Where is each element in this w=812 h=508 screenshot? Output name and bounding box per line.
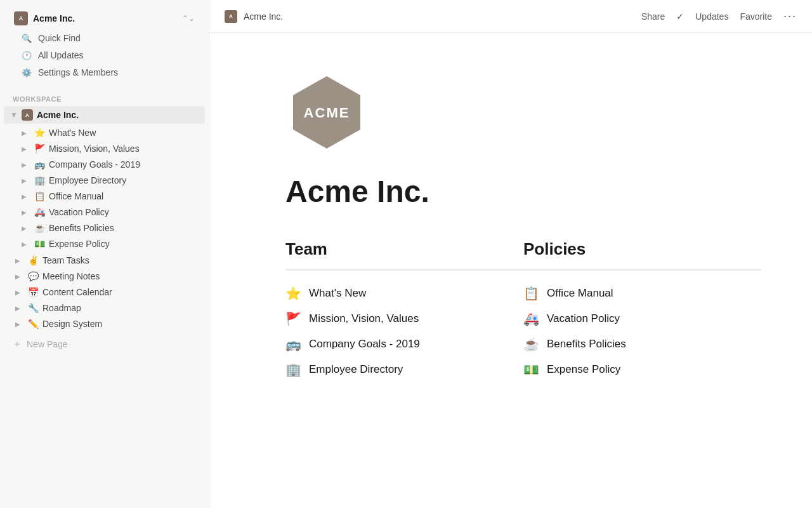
- team-list-item[interactable]: 🚌Company Goals - 2019: [285, 331, 523, 357]
- policy-list-item[interactable]: 💵Expense Policy: [523, 357, 761, 382]
- quick-find-item[interactable]: 🔍 Quick Find: [13, 30, 196, 46]
- sidebar-acme-logo: A: [22, 109, 33, 121]
- sidebar-top-level-item[interactable]: ▶🔧Roadmap: [4, 300, 205, 316]
- item-label: Employee Directory: [309, 363, 403, 376]
- acme-hex-logo: ACME: [285, 71, 368, 154]
- content-columns: Team ⭐What's New🚩Mission, Vision, Values…: [285, 239, 761, 382]
- topbar: A Acme Inc. Share ✓ Updates Favorite ···: [209, 0, 812, 33]
- tree-arrow-icon: ▶: [22, 241, 30, 248]
- item-emoji: 🚑: [523, 311, 539, 326]
- item-label: Benefits Policies: [49, 223, 114, 233]
- page-main-title: Acme Inc.: [285, 174, 761, 209]
- team-list-item[interactable]: ⭐What's New: [285, 281, 523, 306]
- sidebar-tree-item[interactable]: ▶☕Benefits Policies: [4, 220, 205, 236]
- tree-arrow-icon: ▶: [15, 273, 24, 280]
- gear-icon: ⚙️: [22, 68, 32, 77]
- tree-arrow-icon: ▶: [22, 193, 30, 200]
- item-emoji: 🏢: [34, 175, 45, 185]
- item-label: What's New: [309, 287, 366, 300]
- topbar-logo: A: [225, 10, 237, 23]
- item-label: Office Manual: [49, 191, 103, 201]
- chevron-up-down-icon: ⌃⌄: [182, 14, 195, 23]
- tree-arrow-icon: ▶: [22, 130, 30, 137]
- check-icon: ✓: [676, 11, 684, 22]
- item-label: Team Tasks: [43, 255, 89, 265]
- item-label: Company Goals - 2019: [309, 338, 420, 351]
- more-options-button[interactable]: ···: [783, 10, 797, 23]
- tree-arrow-icon: ▶: [15, 289, 24, 296]
- item-label: Vacation Policy: [49, 207, 109, 217]
- team-items-list: ⭐What's New🚩Mission, Vision, Values🚌Comp…: [285, 281, 523, 382]
- svg-text:ACME: ACME: [304, 105, 350, 121]
- search-icon: 🔍: [22, 34, 32, 43]
- settings-label: Settings & Members: [38, 67, 118, 77]
- item-emoji: 📋: [34, 191, 45, 201]
- item-label: Expense Policy: [547, 363, 620, 376]
- workspace-logo: A: [14, 11, 28, 25]
- item-label: Company Goals - 2019: [49, 159, 140, 170]
- topbar-actions: Share ✓ Updates Favorite ···: [641, 10, 797, 23]
- sidebar-top-level-item[interactable]: ▶✏️Design System: [4, 316, 205, 331]
- workspace-header[interactable]: A Acme Inc. ⌃⌄: [9, 8, 200, 29]
- tree-arrow-icon: ▶: [15, 257, 24, 264]
- sidebar-acme-label: Acme Inc.: [37, 110, 79, 120]
- sidebar-tree-list: ▶⭐What's New▶🚩Mission, Vision, Values▶🚌C…: [0, 124, 209, 252]
- item-emoji: ☕: [523, 337, 539, 352]
- all-updates-item[interactable]: 🕐 All Updates: [13, 47, 196, 64]
- item-emoji: ✌️: [28, 255, 39, 265]
- item-emoji: 🚩: [285, 311, 301, 326]
- team-list-item[interactable]: 🏢Employee Directory: [285, 357, 523, 382]
- item-emoji: 💵: [523, 362, 539, 377]
- item-emoji: 🏢: [285, 362, 301, 377]
- tree-arrow-icon: ▶: [22, 209, 30, 216]
- sidebar-tree-item[interactable]: ▶🚑Vacation Policy: [4, 204, 205, 220]
- team-divider: [285, 269, 523, 271]
- policy-list-item[interactable]: 🚑Vacation Policy: [523, 306, 761, 331]
- item-emoji: 🚌: [285, 337, 301, 352]
- sidebar: A Acme Inc. ⌃⌄ 🔍 Quick Find 🕐 All Update…: [0, 0, 209, 508]
- policy-list-item[interactable]: 📋Office Manual: [523, 281, 761, 306]
- tree-arrow-icon: ▶: [22, 177, 30, 184]
- page-body: ACME Acme Inc. Team ⭐What's New🚩Mission,…: [209, 33, 812, 508]
- item-label: Content Calendar: [43, 287, 112, 297]
- item-emoji: 💵: [34, 239, 45, 249]
- sidebar-tree-item[interactable]: ▶🚌Company Goals - 2019: [4, 157, 205, 172]
- sidebar-tree-item[interactable]: ▶🚩Mission, Vision, Values: [4, 141, 205, 156]
- sidebar-top-level-item[interactable]: ▶📅Content Calendar: [4, 284, 205, 300]
- settings-item[interactable]: ⚙️ Settings & Members: [13, 64, 196, 81]
- team-list-item[interactable]: 🚩Mission, Vision, Values: [285, 306, 523, 331]
- item-label: Mission, Vision, Values: [49, 144, 140, 154]
- workspace-name: Acme Inc.: [33, 13, 177, 23]
- favorite-button[interactable]: Favorite: [740, 11, 772, 22]
- sidebar-tree-item[interactable]: ▶📋Office Manual: [4, 189, 205, 204]
- item-label: Benefits Policies: [547, 338, 626, 351]
- workspace-section-label: WORKSPACE: [0, 86, 209, 105]
- tree-arrow-icon: ▶: [22, 225, 30, 232]
- new-page-item[interactable]: ＋ New Page: [0, 335, 209, 354]
- item-label: Vacation Policy: [547, 312, 620, 325]
- item-emoji: 📅: [28, 287, 39, 297]
- item-label: Mission, Vision, Values: [309, 312, 419, 325]
- item-label: Office Manual: [547, 287, 613, 300]
- updates-button[interactable]: Updates: [695, 11, 728, 22]
- quick-find-label: Quick Find: [38, 33, 81, 43]
- sidebar-top-level-item[interactable]: ▶✌️Team Tasks: [4, 253, 205, 268]
- sidebar-tree-item[interactable]: ▶💵Expense Policy: [4, 236, 205, 251]
- item-label: Employee Directory: [49, 175, 126, 185]
- tree-arrow-icon: ▶: [15, 321, 24, 328]
- share-button[interactable]: Share: [641, 11, 665, 22]
- policy-list-item[interactable]: ☕Benefits Policies: [523, 331, 761, 357]
- policies-header: Policies: [523, 239, 761, 259]
- tree-arrow-icon: ▶: [22, 161, 30, 168]
- item-emoji: 📋: [523, 286, 539, 301]
- item-emoji: 🚌: [34, 159, 45, 170]
- item-label: Meeting Notes: [43, 271, 100, 281]
- sidebar-workspace-item-acme[interactable]: ▼ A Acme Inc.: [4, 106, 205, 124]
- sidebar-tree-item[interactable]: ▶⭐What's New: [4, 125, 205, 140]
- new-page-label: New Page: [27, 339, 68, 349]
- sidebar-tree-item[interactable]: ▶🏢Employee Directory: [4, 173, 205, 188]
- team-header: Team: [285, 239, 523, 259]
- item-label: Roadmap: [43, 303, 81, 313]
- item-emoji: 🔧: [28, 303, 39, 313]
- sidebar-top-level-item[interactable]: ▶💬Meeting Notes: [4, 269, 205, 284]
